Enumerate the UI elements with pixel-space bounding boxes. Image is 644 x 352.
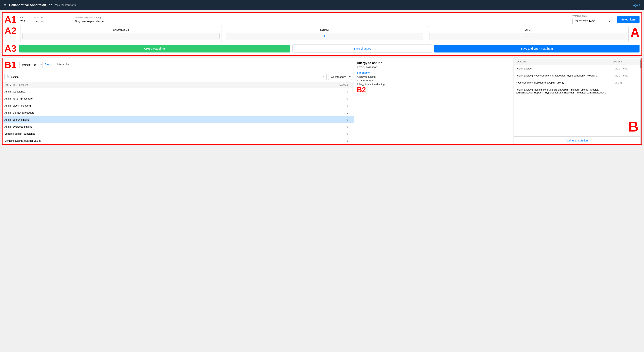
table-row[interactable]: Aspirin given (situation) 0 <box>2 102 354 109</box>
add-annotation-button[interactable]: Add as annotation <box>566 139 588 142</box>
table-row[interactable]: Aspirin overdose (finding) 0 <box>2 123 354 130</box>
save-and-open-next-button[interactable]: Save and open next item <box>434 45 640 53</box>
b-right-col-location-header: Location <box>613 60 636 63</box>
cross-mappings-button[interactable]: Cross-Mappings <box>19 45 290 53</box>
save-changes-button[interactable]: Save changes <box>292 45 432 53</box>
oid-value: 789 <box>20 20 32 23</box>
snomed-ct-box: SNOMED CT + <box>20 26 222 42</box>
loinc-add-button[interactable]: + <box>226 33 423 40</box>
label-a1: A1 <box>4 15 16 24</box>
b1-table-body: Aspirin (substance) 0 Aspirin RAST (proc… <box>2 88 354 144</box>
table-row[interactable]: Aspirin therapy (procedure) 1 <box>2 109 354 116</box>
desc-header: Description (Type.Name) <box>75 16 570 19</box>
b-right-local-2: Hypersensitivity clopidogrel | Aspirin a… <box>516 81 614 84</box>
logout-button[interactable]: Logout <box>632 4 640 7</box>
b-right-local-1: Aspirin allergy | Hypersensitivity Clopi… <box>516 74 614 77</box>
b-right-row: Hypersensitivity clopidogrel | Aspirin a… <box>514 79 640 86</box>
b-right-body: Aspirin allergy MDM-Portal Aspirin aller… <box>514 65 640 136</box>
table-row[interactable]: Aspirin allergy (finding) 0 <box>2 116 354 123</box>
header: ≡ Collaborative Annotation Tool Max Must… <box>0 0 644 10</box>
row-mapped-3: 1 <box>336 111 352 114</box>
intern-header: Intern Id <box>34 16 73 19</box>
search-input-wrapper: 🔍 × <box>4 74 327 80</box>
search-input[interactable] <box>11 76 322 79</box>
b-right-panel: Local code Location Aspirin allergy MDM-… <box>514 58 640 144</box>
b-right-local-3: Aspirin allergy | Medical contraindicati… <box>516 88 614 94</box>
atc-add-button[interactable]: + <box>429 33 626 40</box>
row-concept-2: Aspirin given (situation) <box>4 104 336 107</box>
section-b: B1 SNOMED CT Search Hierarchy 🔍 × All ca… <box>2 58 642 145</box>
row-concept-5: Aspirin overdose (finding) <box>4 125 336 128</box>
a1-row: A1 OID 789 Intern Id diag_asp Descriptio… <box>4 15 640 24</box>
row-concept-4: Aspirin allergy (finding) <box>4 118 336 121</box>
b1-top: B1 SNOMED CT Search Hierarchy <box>2 58 354 72</box>
synonym-0: Allergy to aspirin <box>357 75 510 78</box>
a2-row: A2 SNOMED CT + LOINC + ATC + A <box>4 26 640 42</box>
label-b-container: B <box>628 119 638 135</box>
section-b-inner: B1 SNOMED CT Search Hierarchy 🔍 × All ca… <box>2 58 642 144</box>
table-row[interactable]: Contains aspirin (qualifier value) 0 <box>2 137 354 144</box>
table-row[interactable]: Aspirin (substance) 0 <box>2 88 354 95</box>
search-clear-icon[interactable]: × <box>322 75 324 79</box>
a3-row: A3 Cross-Mappings Save changes Save and … <box>4 44 640 53</box>
snomed-ct-add-button[interactable]: + <box>22 33 220 40</box>
row-concept-7: Contains aspirin (qualifier value) <box>4 139 336 142</box>
menu-icon[interactable]: ≡ <box>4 3 6 7</box>
oid-column: OID 789 <box>20 16 32 23</box>
b-right-location-1: MDM-Portal <box>614 74 638 77</box>
row-mapped-5: 0 <box>336 125 352 128</box>
b-right-scrollbar[interactable] <box>640 58 642 144</box>
b-right-col-local-header: Local code <box>516 60 613 63</box>
row-concept-1: Aspirin RAST (procedure) <box>4 97 336 100</box>
desc-column: Description (Type.Name) Diagnose Aspirin… <box>75 16 570 23</box>
loinc-title: LOINC <box>226 28 423 32</box>
search-icon: 🔍 <box>7 75 10 79</box>
b-right-location-2: M...rtal <box>614 81 638 84</box>
b1-search-row: 🔍 × All categories <box>2 72 354 82</box>
row-mapped-6: 0 <box>336 132 352 135</box>
intern-value: diag_asp <box>34 20 73 23</box>
app-title: Collaborative Annotation Tool <box>9 3 54 7</box>
b2-title: Allergy to aspirin <box>357 61 510 65</box>
synonym-1: Aspirin allergy <box>357 79 510 82</box>
row-concept-6: Buffered aspirin (substance) <box>4 132 336 135</box>
b-right-footer: Add as annotation <box>514 136 640 144</box>
desc-value: Diagnose Aspirinallergie <box>75 20 570 23</box>
label-b2: B2 <box>357 86 366 94</box>
table-row[interactable]: Buffered aspirin (substance) 0 <box>2 130 354 137</box>
row-mapped-2: 0 <box>336 104 352 107</box>
select-item-button[interactable]: Select item <box>617 16 640 23</box>
row-mapped-0: 0 <box>336 90 352 93</box>
b-right-scrollbar-thumb[interactable] <box>640 60 642 68</box>
b1-tabs: Search Hierarchy <box>45 63 69 67</box>
label-a: A <box>630 26 640 39</box>
user-name: Max Mustermann <box>55 4 76 7</box>
table-row[interactable]: Aspirin RAST (procedure) 0 <box>2 95 354 102</box>
tab-hierarchy[interactable]: Hierarchy <box>57 63 69 67</box>
b2-synonyms: Allergy to aspirinAspirin allergyAllergy… <box>357 75 510 86</box>
row-concept-3: Aspirin therapy (procedure) <box>4 111 336 114</box>
b2-sctid: SCTID: 293586001 <box>357 66 510 69</box>
working-state-select[interactable]: 24.02.2023 14:56 <box>572 18 612 24</box>
intern-column: Intern Id diag_asp <box>34 16 73 23</box>
b-right-row: Aspirin allergy | Medical contraindicati… <box>514 86 640 96</box>
atc-title: ATC <box>429 28 626 32</box>
category-select[interactable]: All categories <box>328 74 352 80</box>
snomed-select[interactable]: SNOMED CT <box>19 62 43 68</box>
working-state-header: Working state <box>572 15 615 17</box>
working-state-column: Working state 24.02.2023 14:56 <box>572 15 615 24</box>
row-mapped-1: 0 <box>336 97 352 100</box>
row-mapped-7: 0 <box>336 139 352 142</box>
label-a2: A2 <box>4 26 16 36</box>
tab-search[interactable]: Search <box>45 63 53 67</box>
b-right-local-0: Aspirin allergy <box>516 67 614 70</box>
synonym-2: Allergy to aspirin (finding) <box>357 83 510 86</box>
b2-synonyms-label: Synonyme: <box>357 71 510 74</box>
table-header-concept: SNOMED CT Konzept <box>4 84 336 87</box>
b2-panel: Allergy to aspirin SCTID: 293586001 Syno… <box>354 58 514 144</box>
b-right-location-0: MDM-Portal <box>614 67 638 70</box>
b-right-row: Aspirin allergy | Hypersensitivity Clopi… <box>514 72 640 79</box>
b-right-row: Aspirin allergy MDM-Portal <box>514 65 640 72</box>
snomed-ct-title: SNOMED CT <box>22 28 220 32</box>
section-a: A1 OID 789 Intern Id diag_asp Descriptio… <box>2 12 642 56</box>
